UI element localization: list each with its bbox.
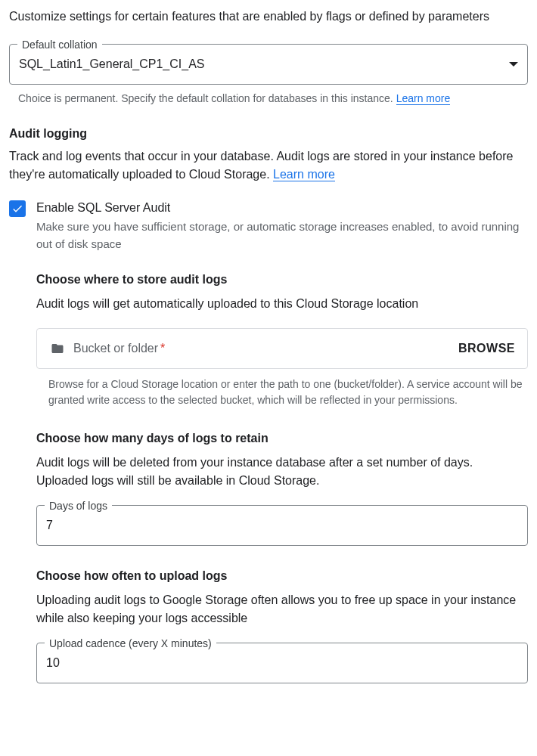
browse-button[interactable]: BROWSE <box>458 339 515 358</box>
days-value: 7 <box>46 516 518 534</box>
days-of-logs-input[interactable]: Days of logs 7 <box>36 505 528 546</box>
enable-audit-helper: Make sure you have sufficient storage, o… <box>36 218 528 253</box>
intro-text: Customize settings for certain features … <box>9 8 528 26</box>
upload-desc: Uploading audit logs to Google Storage o… <box>36 591 528 627</box>
chevron-down-icon <box>509 62 518 67</box>
audit-desc: Track and log events that occur in your … <box>9 147 528 184</box>
bucket-placeholder: Bucket or folder* <box>73 339 458 358</box>
storage-desc: Audit logs will get automatically upload… <box>36 295 528 313</box>
retention-desc: Audit logs will be deleted from your ins… <box>36 454 528 490</box>
days-label: Days of logs <box>45 498 112 514</box>
upload-cadence-input[interactable]: Upload cadence (every X minutes) 10 <box>36 643 528 683</box>
collation-value: SQL_Latin1_General_CP1_CI_AS <box>19 55 205 73</box>
required-indicator: * <box>160 342 165 355</box>
upload-heading: Choose how often to upload logs <box>36 567 528 585</box>
storage-heading: Choose where to store audit logs <box>36 271 528 289</box>
enable-audit-checkbox[interactable] <box>9 200 26 217</box>
audit-learn-more-link[interactable]: Learn more <box>273 168 335 181</box>
audit-heading: Audit logging <box>9 125 528 143</box>
collation-helper: Choice is permanent. Specify the default… <box>9 91 528 107</box>
enable-audit-checkbox-row: Enable SQL Server Audit Make sure you ha… <box>9 199 528 253</box>
folder-icon <box>49 342 66 355</box>
default-collation-select[interactable]: Default collation SQL_Latin1_General_CP1… <box>9 44 528 85</box>
enable-audit-label: Enable SQL Server Audit <box>36 199 528 217</box>
retention-heading: Choose how many days of logs to retain <box>36 429 528 448</box>
collation-learn-more-link[interactable]: Learn more <box>396 92 451 105</box>
bucket-input[interactable]: Bucket or folder* BROWSE <box>36 328 528 369</box>
collation-label: Default collation <box>17 37 102 53</box>
bucket-helper: Browse for a Cloud Storage location or e… <box>36 376 528 408</box>
check-icon <box>11 203 23 215</box>
upload-value: 10 <box>46 654 518 672</box>
upload-label: Upload cadence (every X minutes) <box>45 636 216 652</box>
